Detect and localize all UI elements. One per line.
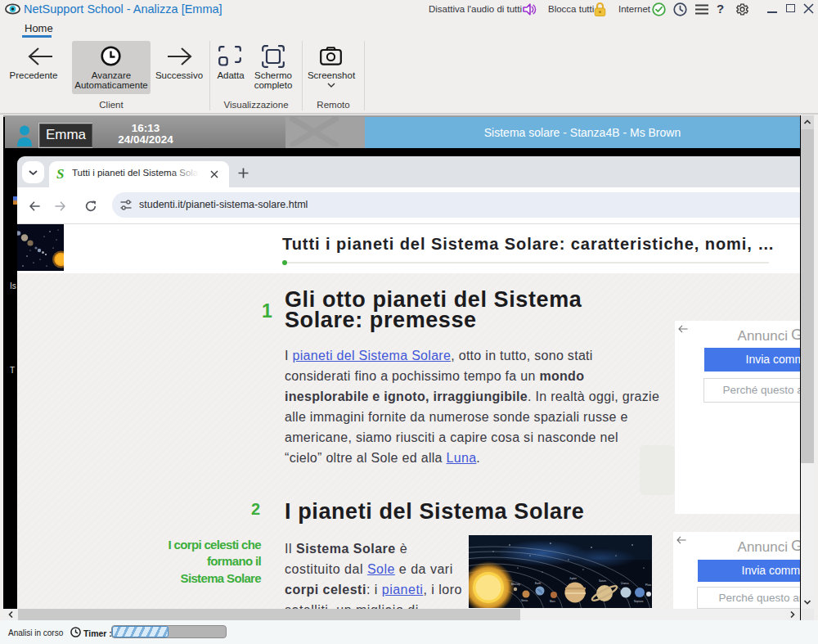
svg-text:Pluto: Pluto [645, 583, 651, 587]
svg-text:Saturn: Saturn [599, 579, 606, 583]
svg-text:Mars: Mars [550, 600, 555, 603]
svg-text:Jupiter: Jupiter [569, 577, 577, 580]
svg-text:Uranus: Uranus [621, 582, 629, 585]
svg-text:Neptune: Neptune [634, 600, 644, 603]
svg-text:S: S [56, 167, 64, 180]
svg-text:Earth: Earth [535, 582, 542, 585]
svg-text:Venus: Venus [521, 599, 528, 602]
svg-text:Mercury: Mercury [511, 583, 520, 586]
